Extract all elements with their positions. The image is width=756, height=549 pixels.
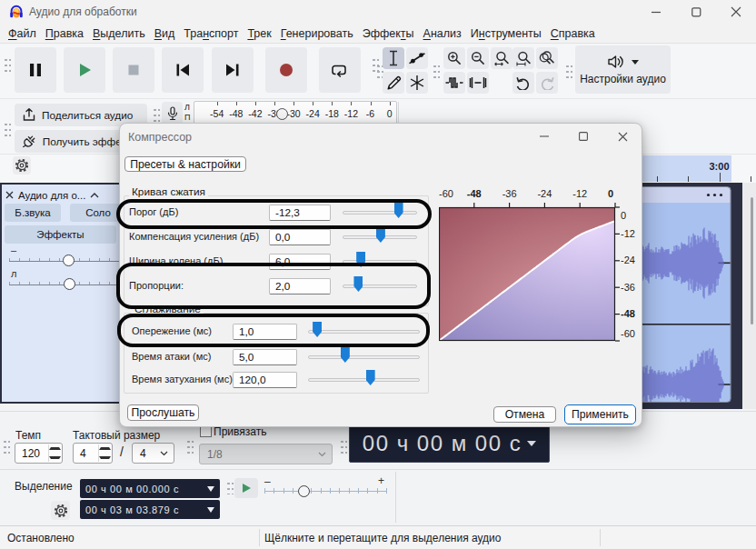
time-display[interactable]: 00 ч 00 м 00 с (349, 424, 550, 463)
play-at-speed-button[interactable] (234, 478, 258, 498)
minimize-button[interactable] (636, 0, 676, 24)
menu-item-4[interactable]: Транспорт (184, 27, 238, 40)
tempo-spinner[interactable]: 120 (15, 443, 63, 464)
transport-toolbar-grip[interactable] (4, 57, 11, 73)
time-signature-upper-spinner[interactable]: 4 (73, 443, 113, 464)
menu-item-3[interactable]: Вид (154, 27, 175, 40)
redo-button[interactable] (536, 72, 558, 94)
menu-item-8[interactable]: Анализ (423, 27, 462, 40)
selection-tool-button[interactable] (383, 47, 404, 69)
zoom-project-button[interactable] (512, 47, 534, 69)
menu-item-6[interactable]: Генерировать (281, 27, 353, 40)
meter-left-label: Л (184, 103, 190, 113)
time-signature-lower-combo[interactable]: 4 (132, 443, 174, 464)
status-state: Остановлено (7, 532, 75, 544)
envelope-tool-icon (409, 51, 425, 65)
silence-selection-button[interactable] (467, 72, 489, 94)
menu-item-0[interactable]: Файл (8, 27, 36, 40)
minimize-icon (652, 7, 662, 17)
meter-scale--48: -48 (229, 108, 243, 119)
silence-selection-icon (469, 76, 487, 89)
loop-button[interactable] (319, 47, 361, 93)
play-button[interactable] (64, 47, 105, 93)
tempo-up-icon[interactable] (49, 447, 61, 450)
time-toolbar-grip[interactable] (3, 439, 10, 454)
selection-start-field[interactable]: 00 ч 00 м 00.000 с (80, 479, 220, 498)
menu-item-7[interactable]: Эффекты (363, 27, 414, 40)
close-button[interactable] (716, 0, 756, 24)
apply-button[interactable]: Применить (564, 404, 636, 424)
param-input-1-2[interactable]: 120,0 (233, 372, 297, 388)
zoom-out-button[interactable] (467, 47, 489, 69)
mute-button[interactable]: Б.звука (5, 204, 61, 222)
time-sig-up-icon[interactable] (99, 447, 111, 450)
menu-item-1[interactable]: Правка (45, 27, 84, 40)
zoom-selection-button[interactable] (491, 47, 512, 69)
selection-end-field[interactable]: 00 ч 03 м 03.879 с (80, 500, 220, 519)
snap-combo[interactable]: 1/8 (199, 444, 333, 464)
share-toolbar-grip[interactable] (4, 122, 11, 137)
mic-meter-button[interactable] (162, 102, 183, 125)
clip-menu-icon[interactable] (707, 194, 722, 196)
stop-icon (125, 62, 142, 78)
presets-settings-button[interactable]: Пресеты & настройки (124, 156, 246, 172)
toolbar-row-1: Настройки аудио (0, 44, 756, 99)
graph-x-tick--12: -12 (572, 188, 587, 199)
time-sig-down-icon[interactable] (99, 456, 111, 459)
track-collapse-icon[interactable] (90, 193, 99, 198)
timeline-options-button[interactable] (13, 156, 31, 175)
meter-scale--6: -6 (366, 108, 374, 119)
menu-item-2[interactable]: Выделить (93, 27, 145, 40)
param-input-0-1[interactable]: 0,0 (269, 229, 331, 245)
multi-tool-button[interactable] (406, 72, 428, 94)
dialog-close-icon (618, 132, 628, 142)
audio-setup-label: Настройки аудио (580, 73, 666, 85)
pan-slider-knob[interactable] (64, 278, 75, 290)
track-close-icon[interactable] (5, 191, 14, 199)
skip-end-button[interactable] (212, 47, 254, 93)
graph-x-tick--60: -60 (439, 188, 453, 199)
gain-slider-knob[interactable] (63, 255, 75, 266)
record-button[interactable] (265, 47, 307, 93)
param-label-1-2: Время затухания (мс) (132, 374, 233, 384)
maximize-button[interactable] (676, 0, 716, 24)
pause-button[interactable] (15, 47, 56, 93)
zoom-in-icon (447, 51, 463, 66)
cancel-button[interactable]: Отмена (493, 406, 556, 423)
recording-volume-knob[interactable] (276, 108, 288, 120)
selection-options-button[interactable] (51, 501, 70, 520)
param-slider-1-2[interactable] (308, 378, 420, 382)
play-speed-grip[interactable] (226, 481, 234, 494)
meter-toolbar-grip[interactable] (153, 107, 160, 123)
envelope-tool-button[interactable] (406, 47, 428, 69)
param-slider-1-1[interactable] (308, 355, 420, 359)
dialog-maximize-button[interactable] (570, 126, 597, 146)
zoom-toggle-button[interactable] (536, 47, 558, 69)
dialog-close-button[interactable] (609, 126, 636, 146)
skip-start-button[interactable] (162, 47, 204, 93)
draw-tool-button[interactable] (383, 72, 404, 94)
menu-item-10[interactable]: Справка (551, 27, 595, 40)
track-effects-button[interactable]: Эффекты (5, 225, 116, 244)
stop-button[interactable] (113, 47, 154, 93)
param-input-1-1[interactable]: 5,0 (233, 349, 297, 365)
snap-toolbar-grip[interactable] (186, 439, 194, 454)
maximize-icon (691, 7, 701, 17)
audio-setup-grip[interactable] (565, 64, 572, 79)
speed-slider[interactable] (264, 491, 386, 492)
time-display-grip[interactable] (340, 439, 347, 454)
tempo-down-icon[interactable] (49, 456, 61, 459)
menu-item-9[interactable]: Инструменты (471, 27, 542, 40)
dialog-minimize-icon (540, 132, 549, 141)
undo-button[interactable] (512, 72, 534, 94)
edit-toolbar-grip[interactable] (433, 64, 440, 79)
zoom-in-button[interactable] (443, 47, 465, 69)
track-title[interactable]: Аудио для о... (18, 190, 85, 201)
audio-setup-button[interactable]: Настройки аудио (575, 45, 671, 94)
menu-item-5[interactable]: Трек (247, 27, 271, 40)
speed-slider-knob[interactable] (298, 485, 310, 497)
trim-outside-button[interactable] (443, 72, 465, 94)
preview-button[interactable]: Прослушать (127, 404, 199, 421)
vertical-scrollbar[interactable] (751, 197, 753, 324)
dialog-minimize-button[interactable] (531, 126, 558, 146)
